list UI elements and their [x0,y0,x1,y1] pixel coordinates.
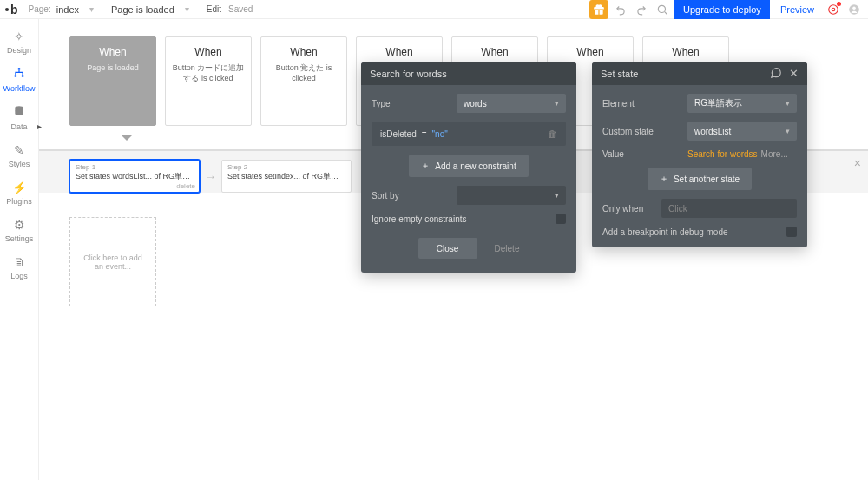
sidebar-item-settings[interactable]: ⚙ Settings [0,213,38,248]
add-event-placeholder[interactable]: Click here to add an event... [69,217,156,306]
event-title: When [290,46,317,58]
event-card[interactable]: When Page is loaded [69,36,156,126]
sidebar-item-plugins[interactable]: ⚡ Plugins [0,175,38,211]
sidebar-label: Data [10,122,27,131]
step-card[interactable]: Step 2 Set states setIndex... of RG単語表示 [221,160,352,193]
search-panel: Search for wordss Type words ▾ isDeleted… [361,62,576,273]
set-another-state-button[interactable]: ＋ Set another state [648,168,752,190]
sidebar-item-styles[interactable]: ✎ Styles [0,138,38,174]
only-when-input[interactable]: Click [661,199,797,218]
event-title: When [576,46,603,58]
page-dropdown[interactable]: Page: index ▾ [22,0,101,18]
element-select[interactable]: RG単語表示 ▾ [687,94,797,113]
chevron-down-icon: ▾ [185,4,189,14]
chevron-down-icon: ▾ [89,4,94,14]
sidebar-label: Design [7,46,31,55]
plus-icon: ＋ [421,160,430,172]
arrow-right-icon: → [205,170,216,183]
event-card[interactable]: When Button 覚えた is clicked [260,36,347,126]
add-constraint-button[interactable]: ＋ Add a new constraint [409,155,528,177]
logs-icon: 🗎 [13,255,25,269]
only-when-placeholder: Click [668,204,687,214]
sidebar-item-logs[interactable]: 🗎 Logs [0,250,38,286]
breakpoint-checkbox[interactable] [786,227,797,237]
panel-title: Set state [601,69,638,79]
plus-icon: ＋ [660,173,668,185]
saved-status: Saved [228,4,253,14]
value-expression[interactable]: Search for wordss More... [687,149,797,159]
add-constraint-label: Add a new constraint [435,161,516,171]
svg-rect-7 [15,75,16,76]
svg-point-5 [852,6,856,10]
sidebar-item-design[interactable]: ✧ Design [0,24,38,60]
custom-state-label: Custom state [602,127,681,136]
comment-icon[interactable] [770,67,782,82]
value-expr-text: Search for wordss [687,149,758,159]
custom-state-select[interactable]: wordsList ▾ [687,122,797,141]
event-title: When [99,46,126,58]
breakpoint-label: Add a breakpoint in debug mode [602,227,728,237]
panel-header[interactable]: Set state ✕ [592,62,807,85]
sidebar-item-workflow[interactable]: Workflow [0,62,38,98]
value-label: Value [602,149,681,159]
chevron-down-icon: ▾ [555,191,559,200]
preview-link[interactable]: Preview [773,4,821,15]
close-steps-icon[interactable]: × [854,156,861,170]
workflow-icon [13,67,25,82]
value-more-link[interactable]: More... [761,149,788,159]
sortby-select[interactable]: ▾ [457,186,566,205]
trash-icon[interactable]: 🗑 [548,128,557,139]
assistance-icon[interactable] [825,1,842,18]
type-label: Type [372,99,450,108]
constraint-eq: = [422,129,427,139]
sidebar-label: Settings [5,234,34,243]
user-avatar-icon[interactable] [845,1,863,18]
close-icon[interactable]: ✕ [789,67,799,82]
edit-link[interactable]: Edit [207,4,221,14]
set-state-panel: Set state ✕ Element RG単語表示 ▾ Custom stat… [592,62,807,247]
ignore-empty-checkbox[interactable] [556,214,566,224]
svg-point-2 [829,4,838,14]
chevron-down-icon: ▾ [786,99,790,108]
event-title: When [672,46,699,58]
bubble-logo[interactable]: b [5,3,18,16]
step-text: Set states setIndex... of RG単語表示 [227,171,345,182]
event-desc: Page is loaded [87,63,139,74]
svg-line-1 [665,11,667,14]
chevron-down-icon: ▾ [555,99,559,108]
sidebar-label: Workflow [3,84,36,93]
constraint-value: "no" [432,129,448,139]
step-text: Set states wordsList... of RG単語表示 [76,171,194,182]
event-desc: Button 覚えた is clicked [266,63,341,83]
search-icon[interactable] [654,1,671,18]
close-button[interactable]: Close [418,238,477,259]
panel-header[interactable]: Search for wordss [361,62,576,85]
panel-title: Search for wordss [370,69,447,79]
constraint-row[interactable]: isDeleted = "no" 🗑 [372,122,566,146]
gift-icon[interactable] [589,0,608,19]
deploy-button[interactable]: Upgrade to deploy [674,0,770,19]
type-select[interactable]: words ▾ [457,94,566,113]
constraint-field: isDeleted [380,129,417,139]
event-desc: Button カードに追加する is clicked [171,63,246,83]
type-value: words [464,99,487,108]
sidebar-item-data[interactable]: Data [0,100,38,136]
event-card[interactable]: When Button カードに追加する is clicked [165,36,252,126]
redo-icon[interactable] [633,1,650,18]
undo-icon[interactable] [612,1,629,18]
element-value: RG単語表示 [694,97,742,109]
step-delete-link[interactable]: delete [176,182,195,190]
step-card[interactable]: Step 1 Set states wordsList... of RG単語表示… [69,160,200,193]
top-bar: b Page: index ▾ Page is loaded ▾ Edit Sa… [0,0,868,19]
workflow-canvas: When Page is loaded When Button カードに追加する… [39,19,868,480]
svg-rect-8 [22,75,23,76]
plugins-icon: ⚡ [12,181,27,194]
svg-rect-6 [18,68,20,69]
sortby-label: Sort by [372,191,450,201]
element-label: Element [602,99,681,108]
trigger-dropdown[interactable]: Page is loaded ▾ [104,0,196,18]
delete-link[interactable]: Delete [495,238,520,259]
settings-icon: ⚙ [14,218,25,232]
sidebar-label: Styles [9,160,30,168]
event-title: When [481,46,508,58]
